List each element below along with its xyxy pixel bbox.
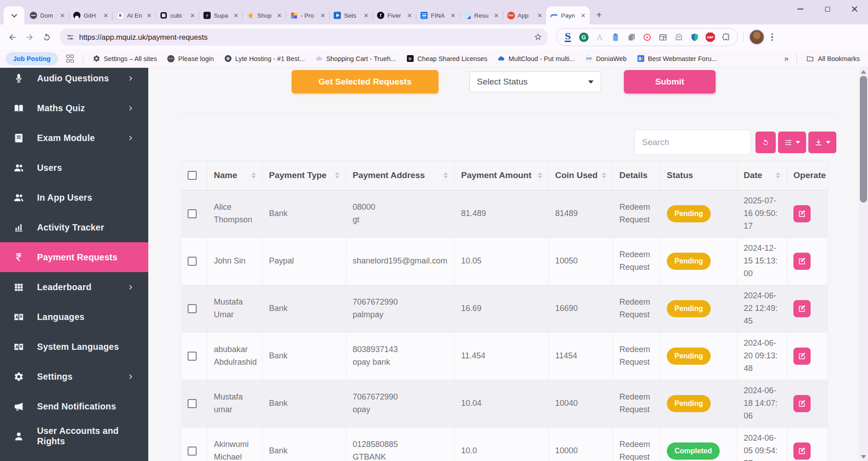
sidebar-item-system-languages[interactable]: System Languages [0, 332, 148, 362]
row-checkbox[interactable] [188, 304, 197, 313]
edit-button[interactable] [793, 253, 811, 270]
shield-extension-icon[interactable] [689, 32, 699, 42]
sidebar-item-languages[interactable]: Languages [0, 302, 148, 332]
browser-tab-resu[interactable]: Resu✕ [459, 6, 503, 24]
edit-button[interactable] [793, 395, 811, 412]
bookmark-cheap-shared-licenses[interactable]: trCheap Shared Licenses [406, 55, 487, 63]
sidebar-item-audio-questions[interactable]: Audio Questions [0, 68, 148, 93]
scroll-up-arrow[interactable] [861, 70, 866, 74]
puzzle-extension-icon[interactable] [721, 32, 731, 42]
sidebar-item-payment-requests[interactable]: Payment Requests [0, 242, 148, 272]
sidebar-item-activity-tracker[interactable]: Activity Tracker [0, 212, 148, 242]
browser-tab-dom[interactable]: Dom✕ [25, 6, 69, 24]
url-text[interactable]: https://app.mquiz.uk/payment-requests [79, 33, 529, 42]
scroll-down-arrow[interactable] [861, 455, 866, 459]
edit-button[interactable] [793, 442, 811, 460]
row-checkbox[interactable] [188, 209, 197, 218]
sort-icon[interactable] [538, 172, 542, 179]
sidebar-item-exam-module[interactable]: Exam Module [0, 123, 148, 153]
sidebar-item-maths-quiz[interactable]: Maths Quiz [0, 93, 148, 123]
tab-close-icon[interactable]: ✕ [319, 12, 326, 19]
sort-icon[interactable] [776, 172, 780, 179]
bookmark-multcloud-put-multi[interactable]: MultCloud - Put multi... [497, 55, 575, 63]
edit-button[interactable] [793, 300, 811, 317]
column-header-payment-address[interactable]: Payment Address [346, 161, 455, 190]
browser-tab-cubi[interactable]: cubi✕ [156, 6, 199, 24]
forward-button[interactable] [22, 29, 37, 45]
columns-button[interactable] [778, 132, 806, 153]
sort-icon[interactable] [602, 172, 606, 179]
reload-button[interactable] [39, 29, 54, 45]
select-all-checkbox[interactable] [188, 171, 197, 180]
tab-close-icon[interactable]: ✕ [449, 12, 457, 19]
sort-icon[interactable] [335, 172, 340, 179]
sidebar-item-send-notifications[interactable]: Send Notifications [0, 391, 148, 421]
submit-button[interactable]: Submit [624, 70, 716, 94]
column-header-name[interactable]: Name [208, 161, 263, 190]
select-status-dropdown[interactable]: Select Status [469, 71, 601, 92]
tab-close-icon[interactable]: ✕ [276, 12, 283, 19]
column-header-coin-used[interactable]: Coin Used [549, 161, 613, 190]
column-header-payment-type[interactable]: Payment Type [263, 161, 346, 190]
apps-grid-icon[interactable] [66, 55, 74, 62]
row-checkbox[interactable] [188, 399, 197, 408]
row-checkbox[interactable] [188, 257, 197, 266]
tab-search-button[interactable] [4, 6, 24, 24]
alpha-gray-extension-icon[interactable] [594, 32, 604, 42]
sidebar-item-in-app-users[interactable]: In App Users [0, 183, 148, 212]
sidebar-item-user-accounts-and-rights[interactable]: User Accounts and Rights [0, 421, 148, 451]
abp-extension-icon[interactable]: ABP [705, 32, 715, 42]
get-selected-requests-button[interactable]: Get Selected Requests [292, 70, 439, 94]
search-input[interactable] [634, 130, 751, 155]
new-tab-button[interactable]: + [592, 8, 606, 22]
row-checkbox[interactable] [188, 447, 197, 456]
browser-tab-app[interactable]: FBSApp✕ [503, 6, 546, 24]
ghost-extension-icon[interactable] [674, 32, 684, 42]
column-header-date[interactable]: Date [737, 161, 787, 190]
sidebar-item-leaderboard[interactable]: Leaderboard [0, 272, 148, 302]
browser-tab-fina[interactable]: FINA✕ [416, 6, 459, 24]
profile-avatar[interactable] [749, 29, 764, 45]
clipboard-blue-extension-icon[interactable] [610, 32, 620, 42]
s-blue-extension-icon[interactable]: S [563, 32, 573, 42]
bookmark-lyte-hosting-1-best[interactable]: Lyte Hosting - #1 Best... [224, 55, 305, 63]
window-close-button[interactable] [841, 0, 868, 18]
sort-icon[interactable] [251, 172, 256, 179]
bookmark-shopping-cart-trueh[interactable]: Shopping Cart - Trueh... [315, 55, 396, 63]
all-bookmarks-button[interactable]: All Bookmarks [806, 55, 860, 63]
window-minimize-button[interactable] [787, 0, 814, 18]
tab-close-icon[interactable]: ✕ [363, 12, 370, 19]
site-info-icon[interactable] [66, 33, 75, 42]
browser-tab-shop[interactable]: Shop✕ [242, 6, 286, 24]
browser-tab-pro[interactable]: - Pro✕ [286, 6, 329, 24]
bookmark-job-posting[interactable]: Job Posting [6, 53, 57, 65]
tab-close-icon[interactable]: ✕ [580, 12, 587, 19]
column-header-payment-amount[interactable]: Payment Amount [455, 161, 549, 190]
sidebar-item-web-settings[interactable]: Web Settings [0, 451, 148, 461]
export-button[interactable] [808, 132, 836, 153]
sidebar-item-users[interactable]: Users [0, 153, 148, 183]
page-scrollbar[interactable] [859, 68, 868, 461]
bookmark-please-login[interactable]: Please login [167, 55, 214, 63]
edit-button[interactable] [793, 348, 811, 365]
bookmark-star-icon[interactable] [533, 33, 542, 42]
tab-close-icon[interactable]: ✕ [59, 12, 66, 19]
copy-gray-extension-icon[interactable] [626, 32, 636, 42]
browser-tab-ai-en[interactable]: IIAI En✕ [112, 6, 156, 24]
window-maximize-button[interactable] [814, 0, 841, 18]
bookmarks-overflow-button[interactable]: » [784, 54, 788, 63]
tab-close-icon[interactable]: ✕ [536, 12, 543, 19]
bookmark-settings-all-sites[interactable]: Settings – All sites [92, 55, 157, 63]
browser-menu-button[interactable] [766, 29, 778, 45]
refresh-button[interactable] [755, 132, 776, 153]
scrollbar-thumb[interactable] [860, 76, 867, 202]
row-checkbox[interactable] [188, 352, 197, 361]
browser-tab-sets[interactable]: Sets✕ [329, 6, 373, 24]
tab-close-icon[interactable]: ✕ [146, 12, 153, 19]
browser-tab-payn[interactable]: Payn✕ [546, 6, 590, 24]
bookmark-doniaweb[interactable]: DWDoniaWeb [585, 55, 627, 63]
window-gray-extension-icon[interactable] [658, 32, 668, 42]
browser-tab-fiver[interactable]: fFiver✕ [373, 6, 416, 24]
tab-close-icon[interactable]: ✕ [102, 12, 109, 19]
edit-button[interactable] [793, 205, 811, 222]
